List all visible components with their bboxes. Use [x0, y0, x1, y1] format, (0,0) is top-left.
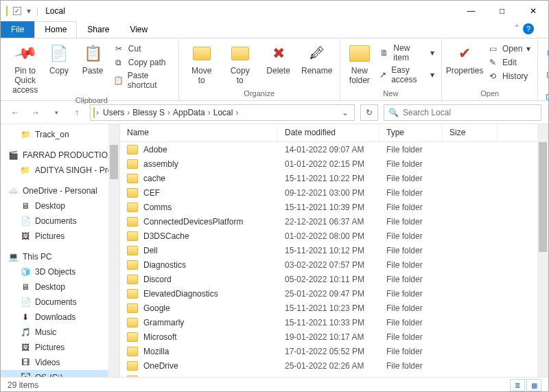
- file-row[interactable]: ConnectedDevicesPlatform22-12-2021 06:37…: [120, 214, 548, 229]
- paste-shortcut-button[interactable]: 📋Paste shortcut: [112, 70, 173, 91]
- tab-home[interactable]: Home: [34, 21, 77, 38]
- close-button[interactable]: ✕: [517, 1, 548, 21]
- forward-button[interactable]: →: [28, 105, 43, 120]
- tree-item[interactable]: 🎬FARRAD PRODUCTION: [1, 148, 119, 163]
- nav-tree[interactable]: 📁Track_on🎬FARRAD PRODUCTION📁ADITYA SINGH…: [1, 124, 120, 377]
- tree-item[interactable]: 📁ADITYA SINGH - Prod: [1, 163, 119, 178]
- file-row[interactable]: Mozilla17-01-2022 05:52 PMFile folder: [120, 344, 548, 358]
- delete-button[interactable]: ✖Delete: [261, 43, 296, 76]
- file-row[interactable]: Comms15-11-2021 10:39 PMFile folder: [120, 200, 548, 214]
- list-scrollbar[interactable]: [537, 124, 548, 377]
- maximize-button[interactable]: □: [487, 1, 517, 21]
- easy-access-button[interactable]: ↗Easy access ▾: [377, 65, 436, 85]
- file-row[interactable]: OneDrive25-01-2022 02:26 AMFile folder: [120, 358, 548, 373]
- file-name: OneDrive: [143, 361, 178, 371]
- folder-icon: [127, 203, 138, 212]
- tree-item[interactable]: 🎞Videos: [1, 355, 119, 370]
- back-button[interactable]: ←: [8, 105, 23, 120]
- col-type[interactable]: Type: [379, 124, 443, 141]
- cut-button[interactable]: ✂Cut: [112, 43, 173, 55]
- tab-view[interactable]: View: [119, 21, 158, 38]
- open-button[interactable]: ▭Open ▾: [486, 43, 532, 55]
- file-row[interactable]: D3DSCache01-02-2022 08:00 PMFile folder: [120, 229, 548, 243]
- tree-item[interactable]: 🖥Desktop: [1, 198, 119, 214]
- file-row[interactable]: cache15-11-2021 10:22 PMFile folder: [120, 171, 548, 185]
- copy-button[interactable]: 📄 Copy: [44, 43, 73, 76]
- open-icon: ▭: [487, 43, 498, 54]
- file-row[interactable]: Dell15-11-2021 10:12 PMFile folder: [120, 243, 548, 257]
- qat-dropdown-icon[interactable]: ▾: [27, 6, 31, 16]
- search-box[interactable]: 🔍: [384, 104, 541, 121]
- help-icon[interactable]: ?: [523, 23, 534, 34]
- col-date[interactable]: Date modified: [278, 124, 379, 141]
- tree-item[interactable]: 🧊3D Objects: [1, 264, 119, 279]
- invert-icon: ⊡: [545, 91, 549, 102]
- tree-item[interactable]: 💽OS (C:): [1, 370, 119, 377]
- recent-dropdown[interactable]: ▾: [49, 105, 64, 120]
- file-row[interactable]: assembly01-01-2022 02:15 PMFile folder: [120, 157, 548, 171]
- details-view-button[interactable]: ≣: [510, 379, 525, 391]
- invert-selection-button[interactable]: ⊡Invert selection: [544, 87, 549, 107]
- file-date: 01-01-2022 02:15 PM: [278, 159, 379, 169]
- folder-icon: [127, 188, 138, 198]
- tree-item[interactable]: 🖼Pictures: [1, 229, 119, 244]
- tree-item[interactable]: ☁️OneDrive - Personal: [1, 183, 119, 198]
- tree-item[interactable]: 📁Track_on: [1, 127, 119, 142]
- tree-item[interactable]: 🖥Desktop: [1, 279, 119, 295]
- file-row[interactable]: Google15-11-2021 10:23 PMFile folder: [120, 301, 548, 315]
- copy-to-button[interactable]: Copy to: [223, 43, 257, 85]
- pc-icon: 💻: [8, 251, 19, 262]
- tree-scrollbar[interactable]: [108, 124, 119, 377]
- breadcrumb-segment[interactable]: Users: [100, 108, 127, 117]
- file-row[interactable]: CEF09-12-2021 03:00 PMFile folder: [120, 185, 548, 200]
- col-size[interactable]: Size: [443, 124, 498, 141]
- qat-checkbox-icon[interactable]: ✓: [13, 7, 21, 15]
- col-name[interactable]: Name: [120, 124, 278, 141]
- refresh-button[interactable]: ↻: [360, 104, 378, 121]
- tab-file[interactable]: File: [1, 21, 34, 38]
- paste-button[interactable]: 📋 Paste: [78, 43, 108, 76]
- breadcrumb-segment[interactable]: AppData: [170, 108, 208, 117]
- file-name: CEF: [143, 188, 160, 198]
- breadcrumb-segment[interactable]: Blessy S: [130, 108, 167, 117]
- file-row[interactable]: Diagnostics03-02-2022 07:57 PMFile folde…: [120, 257, 548, 272]
- copy-path-icon: ⧉: [113, 57, 124, 68]
- edit-button[interactable]: ✎Edit: [486, 56, 532, 69]
- properties-button[interactable]: ✔Properties: [447, 43, 482, 76]
- file-row[interactable]: Microsoft19-01-2022 10:17 AMFile folder: [120, 330, 548, 344]
- pin-to-quick-access-button[interactable]: 📌 Pin to Quick access: [10, 43, 40, 95]
- minimize-button[interactable]: —: [456, 1, 487, 21]
- new-folder-button[interactable]: New folder: [346, 43, 373, 85]
- file-row[interactable]: ElevatedDiagnostics25-01-2022 09:47 PMFi…: [120, 286, 548, 301]
- tree-item[interactable]: 🖼Pictures: [1, 340, 119, 355]
- file-row[interactable]: Adobe14-01-2022 09:07 AMFile folder: [120, 142, 548, 157]
- history-button[interactable]: ⟲History: [486, 70, 532, 82]
- edit-icon: ✎: [487, 57, 498, 68]
- file-row[interactable]: Grammarly15-11-2021 10:33 PMFile folder: [120, 315, 548, 330]
- tree-item[interactable]: 🎵Music: [1, 325, 119, 340]
- search-input[interactable]: [403, 108, 537, 117]
- select-none-button[interactable]: ⊟Select none: [544, 65, 549, 85]
- tree-item[interactable]: ⬇Downloads: [1, 310, 119, 325]
- copy-path-button[interactable]: ⧉Copy path: [112, 56, 173, 69]
- address-dropdown-icon[interactable]: ⌄: [339, 108, 351, 117]
- column-headers[interactable]: Name Date modified Type Size: [120, 124, 548, 142]
- folder-icon: [127, 260, 138, 270]
- up-button[interactable]: ↑: [69, 105, 84, 120]
- new-item-button[interactable]: 🗎New item ▾: [377, 43, 436, 63]
- tree-item[interactable]: 📄Documents: [1, 214, 119, 229]
- file-row[interactable]: Discord05-02-2022 10:11 PMFile folder: [120, 272, 548, 286]
- file-row[interactable]: Package Cache15-11-2021 10:33 PMFile fol…: [120, 373, 548, 377]
- file-type: File folder: [379, 231, 443, 241]
- select-all-button[interactable]: ⊞Select all: [544, 43, 549, 63]
- tree-item[interactable]: 📄Documents: [1, 295, 119, 310]
- ribbon-collapse[interactable]: ˄ ?: [504, 20, 544, 38]
- icons-view-button[interactable]: ▦: [526, 379, 541, 391]
- titlebar: ✓ ▾ | Local — □ ✕: [1, 1, 548, 21]
- breadcrumb-segment[interactable]: Local: [211, 108, 236, 117]
- tree-item[interactable]: 💻This PC: [1, 249, 119, 264]
- tab-share[interactable]: Share: [77, 21, 119, 38]
- move-to-button[interactable]: Move to: [185, 43, 219, 85]
- rename-button[interactable]: 🖉Rename: [300, 43, 334, 76]
- address-bar[interactable]: › Users›Blessy S›AppData›Local› ⌄: [90, 104, 355, 121]
